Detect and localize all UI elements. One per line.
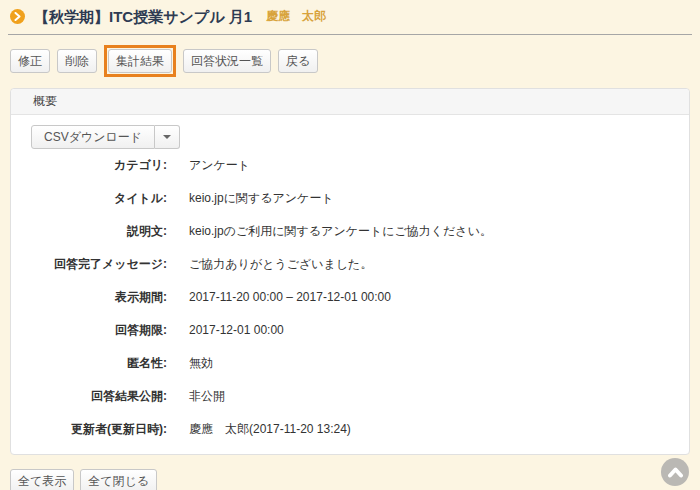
field-label: 回答結果公開: xyxy=(31,388,167,404)
field-label: タイトル: xyxy=(31,190,167,206)
aggregate-results-button[interactable]: 集計結果 xyxy=(108,49,172,73)
page-header: 【秋学期】ITC授業サンプル 月1 慶應 太郎 xyxy=(8,0,692,35)
overview-fields: カテゴリ: アンケート タイトル: keio.jpに関するアンケート 説明文: … xyxy=(31,157,669,437)
highlight-box: 集計結果 xyxy=(104,45,176,77)
delete-button[interactable]: 削除 xyxy=(57,49,97,73)
field-label: 説明文: xyxy=(31,223,167,239)
field-row-display-period: 表示期間: 2017-11-20 00:00 – 2017-12-01 00:0… xyxy=(31,289,669,305)
field-row-completion-message: 回答完了メッセージ: ご協力ありがとうございました。 xyxy=(31,256,669,272)
field-row-title: タイトル: keio.jpに関するアンケート xyxy=(31,190,669,206)
field-label: 更新者(更新日時): xyxy=(31,421,167,437)
field-label: カテゴリ: xyxy=(31,157,167,173)
field-value: 2017-12-01 00:00 xyxy=(189,322,284,338)
page-title: 【秋学期】ITC授業サンプル 月1 xyxy=(34,8,252,25)
field-value: 慶應 太郎(2017-11-20 13:24) xyxy=(189,421,351,437)
field-label: 匿名性: xyxy=(31,355,167,371)
field-value: 無効 xyxy=(189,355,213,371)
chevron-up-icon xyxy=(668,467,683,478)
field-row-category: カテゴリ: アンケート xyxy=(31,157,669,173)
csv-download-button[interactable]: CSVダウンロード xyxy=(31,125,155,149)
action-toolbar: 修正 削除 集計結果 回答状況一覧 戻る xyxy=(0,35,700,88)
header-user-name: 慶應 太郎 xyxy=(266,8,326,25)
field-row-anonymity: 匿名性: 無効 xyxy=(31,355,669,371)
overview-panel-title: 概要 xyxy=(11,89,689,115)
show-all-button[interactable]: 全て表示 xyxy=(10,469,74,490)
scroll-to-top-button[interactable] xyxy=(661,458,689,486)
field-row-description: 説明文: keio.jpのご利用に関するアンケートにご協力ください。 xyxy=(31,223,669,239)
field-label: 表示期間: xyxy=(31,289,167,305)
response-status-list-button[interactable]: 回答状況一覧 xyxy=(183,49,271,73)
caret-down-icon xyxy=(163,135,171,139)
forward-circle-icon xyxy=(10,9,25,24)
csv-download-dropdown-toggle[interactable] xyxy=(155,125,180,149)
footer-toolbar: 全て表示 全て閉じる xyxy=(0,455,700,490)
field-row-results-publication: 回答結果公開: 非公開 xyxy=(31,388,669,404)
edit-button[interactable]: 修正 xyxy=(10,49,50,73)
field-row-response-deadline: 回答期限: 2017-12-01 00:00 xyxy=(31,322,669,338)
field-row-updated-by: 更新者(更新日時): 慶應 太郎(2017-11-20 13:24) xyxy=(31,421,669,437)
back-button[interactable]: 戻る xyxy=(278,49,318,73)
overview-panel: 概要 CSVダウンロード カテゴリ: アンケート タイトル: keio.jpに関… xyxy=(10,88,690,455)
field-value: アンケート xyxy=(189,157,250,173)
field-label: 回答期限: xyxy=(31,322,167,338)
close-all-button[interactable]: 全て閉じる xyxy=(80,469,157,490)
field-label: 回答完了メッセージ: xyxy=(31,256,167,272)
overview-panel-body: CSVダウンロード カテゴリ: アンケート タイトル: keio.jpに関するア… xyxy=(11,115,689,454)
field-value: 非公開 xyxy=(189,388,225,404)
field-value: ご協力ありがとうございました。 xyxy=(189,256,372,272)
field-value: keio.jpのご利用に関するアンケートにご協力ください。 xyxy=(189,223,492,239)
field-value: keio.jpに関するアンケート xyxy=(189,190,334,206)
field-value: 2017-11-20 00:00 – 2017-12-01 00:00 xyxy=(189,289,391,305)
csv-download-group: CSVダウンロード xyxy=(31,125,180,149)
